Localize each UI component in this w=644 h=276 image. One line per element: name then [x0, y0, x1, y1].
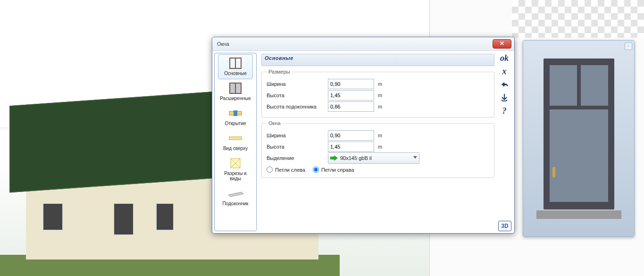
selection-value: 90x145 gbB il	[340, 155, 372, 161]
content-header: Основные	[261, 54, 494, 66]
window-detail-icon	[227, 82, 243, 95]
height-input[interactable]	[328, 90, 374, 100]
section-icon	[227, 157, 243, 170]
unit-label: m	[378, 92, 389, 98]
ok-button[interactable]: ok	[498, 53, 511, 63]
unit-label: m	[378, 133, 389, 138]
group-sizes: Размеры Ширина m Высота m Высота подокон…	[261, 69, 494, 117]
svg-rect-3	[550, 109, 608, 202]
svg-marker-16	[228, 192, 243, 197]
sidebar-item-label: Подоконник	[218, 201, 252, 206]
sidebar-item-topview[interactable]: Вид сверху	[218, 129, 253, 154]
undo-icon	[500, 81, 509, 88]
win-height-label: Высота	[267, 144, 328, 150]
hinge-left-label: Петли слева	[275, 167, 305, 173]
sidebar-item-basic[interactable]: Основные	[218, 54, 253, 79]
view-3d-toggle[interactable]: 3D	[498, 221, 511, 231]
unit-label: m	[378, 104, 389, 109]
sidebar-item-label: Открытие	[218, 121, 252, 126]
unit-label: m	[378, 144, 389, 150]
group-sizes-legend: Размеры	[267, 69, 292, 75]
unit-label: m	[378, 81, 389, 87]
help-button[interactable]: ?	[498, 106, 511, 116]
window-properties-dialog: Окна ✕ Основные Расширенные О	[212, 37, 515, 234]
action-column: ok x ?	[496, 53, 512, 116]
height-label: Высота	[267, 92, 328, 98]
sidebar-item-label: Основные	[218, 71, 252, 76]
topview-icon	[227, 132, 243, 145]
chevron-down-icon	[413, 156, 417, 159]
dialog-title: Окна	[217, 41, 229, 47]
sidebar-item-sections[interactable]: Разрезы и виды	[218, 154, 253, 184]
sidebar-item-label: Расширенные	[218, 96, 252, 101]
window-icon	[227, 57, 243, 70]
width-input[interactable]	[328, 79, 374, 89]
svg-rect-4	[552, 167, 555, 177]
revert-button[interactable]	[498, 79, 511, 90]
sill-height-input[interactable]	[328, 101, 374, 112]
anchor-icon	[501, 94, 508, 101]
hinge-left-radio[interactable]: Петли слева	[267, 167, 305, 173]
sidebar-item-sill[interactable]: Подоконник	[218, 184, 253, 209]
sidebar-item-label: Разрезы и виды	[218, 171, 252, 181]
selection-combo[interactable]: 90x145 gbB il	[328, 152, 419, 164]
svg-marker-17	[330, 155, 338, 161]
hinge-right-radio[interactable]: Петли справа	[313, 167, 354, 173]
win-width-label: Ширина	[267, 133, 328, 138]
sidebar-item-label: Вид сверху	[218, 146, 252, 151]
preview-panel: ▫	[523, 40, 635, 237]
win-height-input[interactable]	[328, 142, 374, 152]
preview-close-icon[interactable]: ▫	[625, 42, 632, 50]
svg-rect-12	[229, 137, 242, 140]
width-label: Ширина	[267, 81, 328, 87]
group-window: Окна Ширина m Высота m Выделение 90x145 …	[261, 120, 494, 178]
group-window-legend: Окна	[267, 120, 283, 126]
sidebar-item-opening[interactable]: Открытие	[218, 104, 253, 129]
sill-height-label: Высота подоконника	[267, 104, 328, 109]
selection-label: Выделение	[267, 155, 328, 161]
svg-rect-5	[536, 210, 621, 219]
hinge-right-label: Петли справа	[321, 167, 354, 173]
sidebar-item-extended[interactable]: Расширенные	[218, 79, 253, 104]
opening-icon	[227, 107, 243, 120]
cancel-button[interactable]: x	[498, 66, 511, 76]
arrow-right-icon	[330, 155, 338, 161]
win-width-input[interactable]	[328, 130, 374, 141]
save-button[interactable]	[498, 92, 511, 103]
content-panel: Основные Размеры Ширина m Высота m Высот…	[259, 51, 514, 233]
sill-icon	[227, 187, 243, 200]
svg-rect-11	[234, 110, 237, 116]
window-preview-svg	[536, 54, 621, 224]
dialog-titlebar[interactable]: Окна ✕	[212, 37, 514, 51]
category-sidebar: Основные Расширенные Открытие Вид сверху	[214, 53, 257, 231]
close-icon[interactable]: ✕	[493, 39, 511, 49]
